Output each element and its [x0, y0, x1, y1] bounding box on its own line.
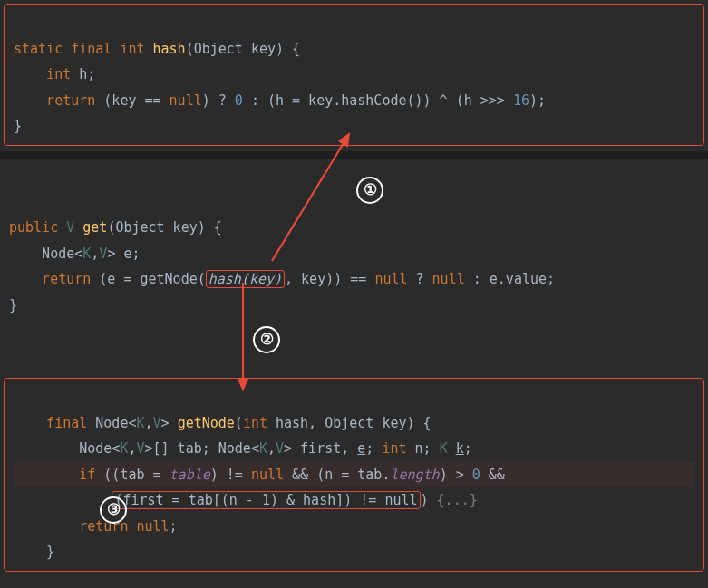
t: >	[161, 415, 178, 431]
t: V	[66, 219, 82, 236]
t: ;	[170, 518, 178, 535]
t: 0	[472, 467, 480, 483]
t: public	[9, 219, 66, 236]
t: V	[136, 440, 144, 457]
highlight-index-expr: (first = tab[(n - 1) & hash]) != null	[112, 491, 420, 509]
t: (Object key) {	[186, 41, 300, 57]
method-name: hash	[153, 41, 186, 57]
t: 0	[235, 92, 243, 109]
t: ,	[91, 246, 99, 262]
t: V	[153, 415, 161, 431]
t: Node<	[95, 415, 136, 431]
t: return null	[14, 518, 170, 535]
t: (	[235, 415, 243, 431]
code-block-get: public V get(Object key) { Node<K,V> e; …	[0, 164, 708, 324]
t: return	[9, 271, 99, 287]
t	[14, 492, 112, 508]
code-block-hash: static final int hash(Object key) { int …	[4, 4, 704, 146]
t: k	[456, 440, 464, 457]
t: static final int	[14, 41, 153, 57]
t: (key ==	[103, 92, 169, 109]
t: ) !=	[210, 467, 251, 483]
t: K	[440, 440, 456, 457]
t: && (n = tab.	[284, 467, 390, 483]
t: 16	[513, 92, 529, 109]
t: Node<	[14, 440, 120, 457]
highlight-hash-call: hash(key)	[206, 270, 285, 288]
t: V	[276, 440, 284, 457]
t: > e;	[107, 246, 140, 262]
t: int	[14, 66, 79, 82]
t: length	[390, 467, 439, 483]
t: , key)) ==	[285, 271, 374, 287]
t: int	[382, 440, 414, 457]
t: : e.value;	[465, 271, 555, 287]
t: hash, Object key) {	[276, 415, 432, 431]
t: (first = tab[(n - 1) & hash]) != null	[114, 492, 417, 508]
t: final	[14, 415, 95, 431]
t: ;	[464, 440, 472, 457]
t: ;	[365, 440, 382, 457]
t: }	[9, 297, 17, 313]
t: Node<	[9, 246, 82, 262]
t: ) ?	[202, 92, 235, 109]
t: K	[259, 440, 267, 457]
t: e	[357, 440, 365, 457]
code-block-getnode: final Node<K,V> getNode(int hash, Object…	[4, 378, 704, 572]
t: h;	[79, 66, 95, 82]
t: ) >	[440, 467, 472, 483]
t: )	[421, 492, 437, 508]
t: ?	[408, 271, 432, 287]
t: null	[432, 271, 465, 287]
t: );	[529, 92, 546, 109]
annotation-circle-1: ①	[356, 177, 383, 204]
t: > first,	[284, 440, 357, 457]
code-fold[interactable]: {...}	[437, 492, 478, 508]
annotation-circle-3: ③	[100, 496, 127, 524]
t: &&	[480, 467, 505, 483]
t: ,	[267, 440, 276, 457]
method-name: getNode	[178, 415, 235, 431]
t: int	[243, 415, 276, 431]
t: }	[14, 544, 54, 560]
t: >[] tab; Node<	[145, 440, 259, 457]
t: ((tab =	[103, 467, 169, 483]
divider	[0, 151, 708, 159]
t: }	[14, 118, 22, 134]
t: null	[374, 271, 407, 287]
t: return	[14, 92, 103, 109]
annotation-circle-2: ②	[253, 326, 280, 353]
t: null	[170, 92, 202, 109]
t: table	[170, 467, 210, 483]
t: (e = getNode(	[99, 271, 205, 287]
t: (Object key) {	[107, 219, 221, 236]
method-name: get	[82, 219, 107, 236]
t: ,	[145, 415, 153, 431]
t: K	[82, 246, 91, 262]
t: if	[14, 467, 103, 483]
t: K	[136, 415, 144, 431]
t: : (h = key.hashCode()) ^ (h >>>	[243, 92, 513, 109]
t: n;	[415, 440, 440, 457]
t: null	[251, 467, 284, 483]
